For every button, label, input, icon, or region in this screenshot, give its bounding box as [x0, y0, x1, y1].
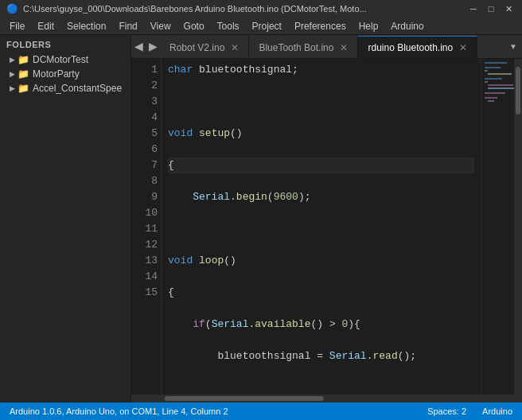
- chevron-right-icon: ▶: [6, 84, 18, 92]
- status-bar: Arduino 1.0.6, Arduino Uno, on COM1, Lin…: [0, 402, 522, 420]
- folder-icon: 📁: [18, 68, 29, 80]
- svg-rect-5: [485, 78, 502, 80]
- line-num: 10: [131, 205, 158, 221]
- tab-arduino-bluetooth[interactable]: rduino Bluetooth.ino ✕: [358, 36, 477, 58]
- line-num: 2: [131, 78, 158, 94]
- line-num: 8: [131, 173, 158, 189]
- tab-robot-v2[interactable]: Robot V2.ino ✕: [160, 36, 249, 58]
- menu-preferences[interactable]: Preferences: [288, 18, 353, 35]
- svg-rect-3: [485, 70, 488, 72]
- tab-label: Robot V2.ino: [169, 42, 224, 53]
- line-num: 11: [131, 221, 158, 237]
- scrollbar-thumb[interactable]: [516, 67, 520, 115]
- tab-label: BlueTooth Bot.ino: [259, 42, 333, 53]
- tab-close-bluetooth-bot[interactable]: ✕: [338, 42, 349, 53]
- svg-rect-4: [488, 73, 512, 75]
- code-content[interactable]: char bluetoothsignal; void setup() { Ser…: [162, 59, 481, 395]
- spaces-indicator: Spaces: 2: [427, 406, 466, 416]
- code-line: [168, 94, 474, 110]
- tab-label: rduino Bluetooth.ino: [368, 42, 453, 53]
- window-controls: ─ □ ✕: [466, 2, 516, 15]
- code-line: {: [168, 285, 474, 301]
- line-num: 15: [131, 285, 158, 301]
- menu-file[interactable]: File: [3, 18, 31, 35]
- tab-scroll-left[interactable]: ◀: [131, 35, 146, 58]
- line-num: 1: [131, 62, 158, 78]
- vertical-scrollbar[interactable]: [514, 59, 522, 395]
- line-num: 9: [131, 189, 158, 205]
- tab-scroll-right[interactable]: ▶: [146, 35, 160, 58]
- tab-bluetooth-bot[interactable]: BlueTooth Bot.ino ✕: [249, 36, 358, 58]
- menu-help[interactable]: Help: [353, 18, 385, 35]
- menu-project[interactable]: Project: [246, 18, 288, 35]
- folders-header: FOLDERS: [0, 35, 130, 52]
- menu-tools[interactable]: Tools: [211, 18, 246, 35]
- tab-overflow-button[interactable]: ▼: [504, 35, 522, 58]
- app-icon: 🔵: [6, 3, 18, 14]
- menu-find[interactable]: Find: [112, 18, 143, 35]
- hscrollbar-thumb[interactable]: [165, 396, 324, 401]
- folder-label: MotorParty: [33, 68, 80, 80]
- line-num: 13: [131, 253, 158, 269]
- folder-icon: 📁: [18, 54, 29, 65]
- menu-edit[interactable]: Edit: [31, 18, 60, 35]
- chevron-right-icon: ▶: [6, 56, 18, 64]
- code-line: {: [168, 158, 474, 173]
- svg-rect-7: [488, 84, 513, 86]
- code-line: void setup(): [168, 126, 474, 142]
- svg-rect-9: [485, 92, 505, 94]
- menu-goto[interactable]: Goto: [177, 18, 211, 35]
- folder-icon: 📁: [18, 83, 29, 94]
- line-num: 7: [131, 158, 158, 173]
- code-line: Serial.begin(9600);: [168, 189, 474, 205]
- code-line: bluetoothsignal = Serial.read();: [168, 348, 474, 364]
- code-line: if(Serial.available() > 0){: [168, 317, 474, 332]
- folder-label: Accel_ConstantSpee: [33, 83, 122, 94]
- editor-area: ◀ ▶ Robot V2.ino ✕ BlueTooth Bot.ino ✕ r…: [131, 35, 522, 402]
- tab-close-robot-v2[interactable]: ✕: [229, 42, 240, 53]
- svg-rect-8: [488, 88, 514, 89]
- horizontal-scrollbar[interactable]: [131, 395, 522, 402]
- line-num: 12: [131, 237, 158, 253]
- menu-selection[interactable]: Selection: [60, 18, 112, 35]
- tab-bar: ◀ ▶ Robot V2.ino ✕ BlueTooth Bot.ino ✕ r…: [131, 35, 522, 59]
- maximize-button[interactable]: □: [484, 2, 498, 15]
- titlebar: 🔵 C:\Users\guyse_000\Downloads\Barebones…: [0, 0, 522, 18]
- line-num: 4: [131, 110, 158, 126]
- status-right: Spaces: 2 Arduino: [427, 406, 512, 416]
- tab-close-arduino-bluetooth[interactable]: ✕: [458, 42, 469, 53]
- svg-rect-6: [485, 81, 488, 83]
- code-line: void loop(): [168, 253, 474, 269]
- code-editor[interactable]: 1 2 3 4 5 6 7 8 9 10 11 12 13 14 15 char…: [131, 59, 522, 395]
- folder-label: DCMotorTest: [33, 54, 88, 65]
- line-num: 3: [131, 94, 158, 110]
- main-area: FOLDERS ▶ 📁 DCMotorTest ▶ 📁 MotorParty ▶…: [0, 35, 522, 402]
- line-num: 14: [131, 269, 158, 285]
- svg-rect-10: [485, 97, 497, 99]
- chevron-right-icon: ▶: [6, 70, 18, 78]
- code-line: char bluetoothsignal;: [168, 62, 474, 78]
- svg-rect-1: [485, 62, 507, 64]
- code-line: [168, 221, 474, 237]
- minimize-button[interactable]: ─: [466, 2, 481, 15]
- line-num: 6: [131, 142, 158, 158]
- board-indicator: Arduino: [482, 406, 512, 416]
- sidebar-item-accel[interactable]: ▶ 📁 Accel_ConstantSpee: [0, 81, 130, 95]
- menu-arduino[interactable]: Arduino: [384, 18, 430, 35]
- window-title: C:\Users\guyse_000\Downloads\Barebones A…: [23, 4, 460, 14]
- sidebar: FOLDERS ▶ 📁 DCMotorTest ▶ 📁 MotorParty ▶…: [0, 35, 131, 402]
- menubar: File Edit Selection Find View Goto Tools…: [0, 18, 522, 35]
- minimap: [481, 59, 514, 395]
- line-numbers: 1 2 3 4 5 6 7 8 9 10 11 12 13 14 15: [131, 59, 162, 395]
- status-left: Arduino 1.0.6, Arduino Uno, on COM1, Lin…: [10, 406, 228, 416]
- minimap-svg: [481, 59, 514, 298]
- menu-view[interactable]: View: [144, 18, 177, 35]
- svg-rect-11: [488, 100, 494, 102]
- svg-rect-0: [483, 60, 513, 298]
- svg-rect-2: [485, 67, 501, 68]
- code-line: [168, 380, 474, 395]
- line-num: 5: [131, 126, 158, 142]
- sidebar-item-motorparty[interactable]: ▶ 📁 MotorParty: [0, 67, 130, 81]
- close-button[interactable]: ✕: [501, 2, 516, 15]
- sidebar-item-dcmotortest[interactable]: ▶ 📁 DCMotorTest: [0, 52, 130, 67]
